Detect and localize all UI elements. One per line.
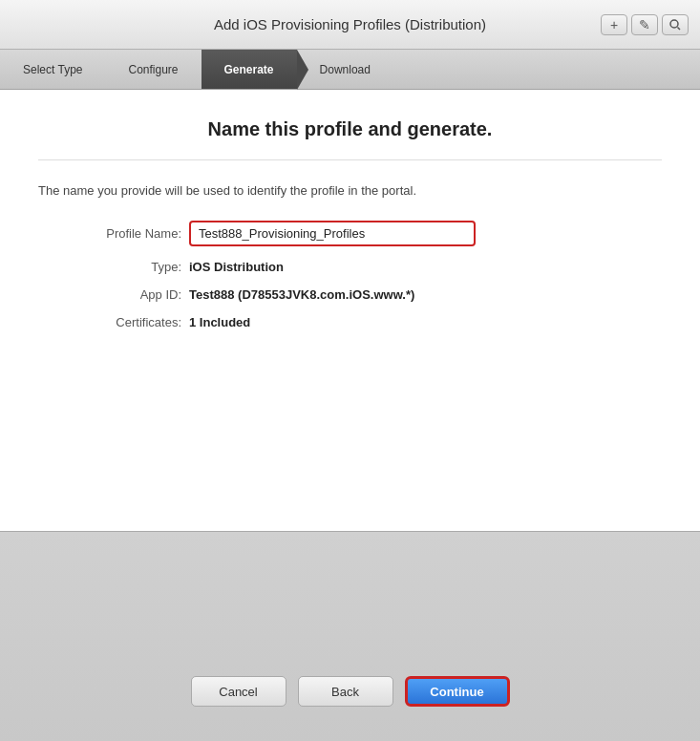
add-button[interactable]: +	[601, 14, 627, 35]
page-heading: Name this profile and generate.	[38, 118, 662, 140]
main-wrapper: Add iOS Provisioning Profiles (Distribut…	[0, 0, 700, 741]
tab-configure[interactable]: Configure	[105, 50, 201, 89]
search-button[interactable]	[662, 14, 689, 35]
divider	[38, 159, 662, 160]
tab-download[interactable]: Download	[297, 50, 393, 89]
bottom-panel: Cancel Back Continue	[0, 531, 700, 741]
app-id-label: App ID:	[57, 287, 181, 302]
cancel-button[interactable]: Cancel	[191, 676, 286, 707]
title-bar: Add iOS Provisioning Profiles (Distribut…	[0, 0, 700, 50]
type-row: Type: iOS Distribution	[38, 260, 662, 274]
profile-name-label: Profile Name:	[57, 226, 181, 241]
search-icon	[669, 19, 681, 31]
app-id-value: Test888 (D78553JVK8.com.iOS.www.*)	[189, 287, 414, 302]
content-area: Name this profile and generate. The name…	[0, 90, 700, 362]
app-id-row: App ID: Test888 (D78553JVK8.com.iOS.www.…	[38, 287, 662, 302]
svg-point-0	[670, 20, 678, 28]
certificates-value: 1 Included	[189, 315, 250, 329]
title-bar-actions: + ✎	[601, 14, 689, 35]
certificates-row: Certificates: 1 Included	[38, 315, 662, 329]
profile-name-row: Profile Name:	[38, 221, 662, 246]
wizard-tabs: Select Type Configure Generate Download	[0, 50, 700, 90]
tab-select-type[interactable]: Select Type	[0, 50, 105, 89]
svg-line-1	[678, 27, 681, 30]
type-value: iOS Distribution	[189, 260, 284, 274]
continue-button[interactable]: Continue	[405, 676, 510, 707]
edit-button[interactable]: ✎	[631, 14, 658, 35]
description-text: The name you provide will be used to ide…	[38, 183, 662, 198]
back-button[interactable]: Back	[298, 676, 393, 707]
certificates-label: Certificates:	[57, 315, 181, 329]
window-title: Add iOS Provisioning Profiles (Distribut…	[214, 16, 486, 32]
profile-name-input[interactable]	[189, 221, 476, 246]
tab-generate[interactable]: Generate	[202, 50, 297, 89]
type-label: Type:	[57, 260, 181, 274]
